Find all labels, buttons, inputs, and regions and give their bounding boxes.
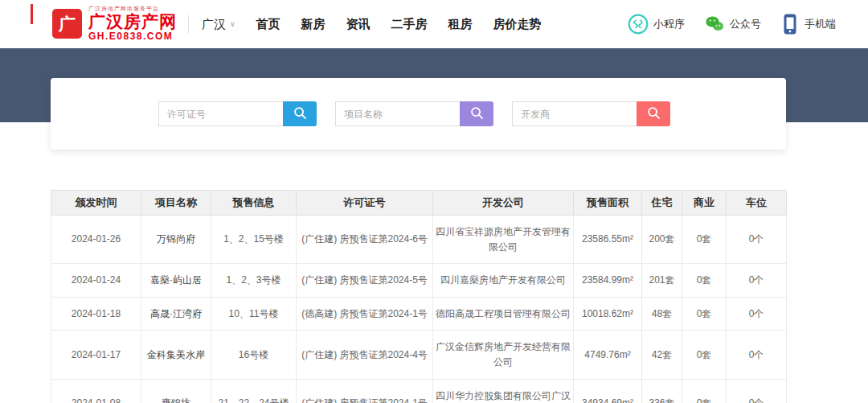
project-name-search-button[interactable] — [460, 101, 493, 126]
table-cell: (广住建) 房预售证第2024-5号 — [297, 264, 433, 298]
quick-link-mobile[interactable]: 手机端 — [780, 14, 836, 35]
nav-item-home[interactable]: 首页 — [256, 17, 280, 32]
table-cell: 1、2、15号楼 — [211, 216, 297, 264]
table-cell: 高晟·江湾府 — [141, 297, 211, 331]
table-row: 2024-01-24嘉燊·屿山居1、2、3号楼(广住建) 房预售证第2024-5… — [51, 264, 787, 298]
table-cell: 德阳高晟工程项目管理有限公司 — [433, 297, 574, 331]
column-header: 许可证号 — [297, 191, 433, 216]
quick-link-label: 小程序 — [653, 17, 685, 31]
logo-tagline: 广汉房地产网络服务平台 — [88, 6, 177, 12]
column-header: 项目名称 — [141, 191, 211, 216]
table-cell: 23584.99m² — [574, 264, 642, 298]
table-cell: 4749.76m² — [574, 331, 642, 379]
table-cell: 0套 — [682, 379, 727, 403]
column-header: 开发公司 — [433, 191, 574, 216]
quick-link-label: 手机端 — [805, 17, 836, 31]
mobile-phone-icon — [780, 14, 800, 35]
nav-item-resale[interactable]: 二手房 — [391, 17, 428, 32]
column-header: 预售信息 — [211, 191, 297, 216]
table-cell: 21、22、24号楼 — [211, 379, 297, 403]
column-header: 商业 — [682, 191, 727, 216]
table-cell: 0套 — [682, 216, 727, 264]
quick-links: 小程序 公众号 — [628, 14, 836, 35]
table-cell: 0套 — [682, 297, 727, 331]
search-panel — [51, 78, 786, 150]
search-group-permit-no — [158, 101, 317, 126]
search-icon — [293, 105, 308, 123]
nav-item-news[interactable]: 资讯 — [346, 17, 371, 32]
city-selector[interactable]: 广汉 ∨ — [202, 17, 235, 32]
top-bar: 广 广汉房地产网络服务平台 广汉房产网 GH.E0838.COM 广汉 ∨ 首页… — [0, 0, 868, 48]
table-cell: 0个 — [727, 264, 787, 298]
table-cell: 0个 — [727, 216, 787, 264]
nav-item-rent[interactable]: 租房 — [448, 17, 473, 32]
table-cell: 336套 — [642, 379, 682, 403]
quick-link-label: 公众号 — [730, 17, 761, 31]
column-header: 颁发时间 — [51, 191, 141, 216]
table-row: 2024-01-18高晟·江湾府10、11号楼(德高建) 房预售证第2024-1… — [51, 297, 787, 331]
logo-title: 广汉房产网 — [88, 12, 177, 31]
table-cell: 2024-01-24 — [51, 264, 141, 298]
table-cell: (广住建) 房预售证第2024-4号 — [297, 331, 433, 379]
table-cell: 2024-01-17 — [51, 331, 141, 379]
table-cell: 48套 — [642, 297, 682, 331]
table-cell: 0个 — [727, 297, 787, 331]
logo-text: 广汉房地产网络服务平台 广汉房产网 GH.E0838.COM — [88, 6, 177, 43]
nav-item-new-homes[interactable]: 新房 — [301, 17, 326, 32]
table-cell: 万锦尚府 — [141, 216, 211, 264]
city-label: 广汉 — [202, 17, 226, 32]
table-cell: 201套 — [642, 264, 682, 298]
presale-permit-table-wrap: 颁发时间项目名称预售信息许可证号开发公司预售面积住宅商业车位 2024-01-2… — [51, 190, 786, 403]
presale-permit-table: 颁发时间项目名称预售信息许可证号开发公司预售面积住宅商业车位 2024-01-2… — [51, 190, 787, 403]
table-cell: 四川华力控股集团有限公司广汉分公司 — [433, 379, 574, 403]
search-icon — [646, 105, 661, 123]
table-row: 2024-01-17金科集美水岸16号楼(广住建) 房预售证第2024-4号广汉… — [51, 331, 787, 379]
table-body: 2024-01-26万锦尚府1、2、15号楼(广住建) 房预售证第2024-6号… — [51, 216, 787, 403]
decorative-red-mark — [31, 4, 33, 24]
table-cell: (德高建) 房预售证第2024-1号 — [297, 297, 433, 331]
table-cell: (广住建) 房预售证第2024-6号 — [297, 216, 433, 264]
table-cell: 广汉金信辉房地产开发经营有限公司 — [433, 331, 574, 379]
developer-input[interactable] — [512, 101, 637, 126]
search-icon — [469, 105, 485, 123]
project-name-input[interactable] — [335, 101, 460, 126]
table-cell: 0个 — [727, 379, 787, 403]
search-group-project-name — [335, 101, 493, 126]
table-cell: 2024-01-18 — [51, 297, 141, 331]
table-cell: 2024-01-26 — [51, 216, 141, 264]
search-group-developer — [512, 101, 670, 126]
wechat-icon — [704, 14, 725, 35]
table-cell: 16号楼 — [211, 331, 297, 379]
column-header: 住宅 — [642, 191, 682, 216]
table-header-row: 颁发时间项目名称预售信息许可证号开发公司预售面积住宅商业车位 — [51, 191, 787, 216]
table-cell: 嘉燊·屿山居 — [141, 264, 211, 298]
table-cell: 10018.62m² — [574, 297, 642, 331]
table-cell: 2024-01-08 — [51, 379, 141, 403]
table-cell: 0个 — [727, 331, 787, 379]
table-cell: 10、11号楼 — [211, 297, 297, 331]
column-header: 车位 — [727, 191, 787, 216]
table-cell: 0套 — [682, 331, 727, 379]
table-cell: 23586.55m² — [574, 216, 642, 264]
quick-link-official-account[interactable]: 公众号 — [704, 14, 761, 35]
logo-domain: GH.E0838.COM — [88, 31, 177, 43]
permit-no-search-button[interactable] — [283, 101, 317, 126]
site-logo[interactable]: 广 广汉房地产网络服务平台 广汉房产网 GH.E0838.COM — [52, 6, 177, 43]
table-cell: 四川嘉燊房地产开发有限公司 — [433, 264, 574, 298]
table-cell: 1、2、3号楼 — [211, 264, 297, 298]
nav-item-price-trend[interactable]: 房价走势 — [493, 17, 542, 32]
chevron-down-icon: ∨ — [230, 20, 235, 28]
miniprogram-icon — [628, 14, 649, 35]
quick-link-miniprogram[interactable]: 小程序 — [628, 14, 685, 35]
table-cell: (广住建) 房预售证第2024-1号 — [297, 379, 433, 403]
table-cell: 42套 — [642, 331, 682, 379]
table-cell: 34934.69m² — [574, 379, 642, 403]
developer-search-button[interactable] — [637, 101, 670, 126]
table-row: 2024-01-26万锦尚府1、2、15号楼(广住建) 房预售证第2024-6号… — [51, 216, 787, 264]
table-cell: 金科集美水岸 — [141, 331, 211, 379]
main-nav: 首页新房资讯二手房租房房价走势 — [256, 17, 542, 32]
header-divider — [188, 15, 189, 33]
table-row: 2024-01-08雍锦坊21、22、24号楼(广住建) 房预售证第2024-1… — [51, 379, 787, 403]
table-cell: 0套 — [682, 264, 727, 298]
permit-no-input[interactable] — [158, 101, 283, 126]
